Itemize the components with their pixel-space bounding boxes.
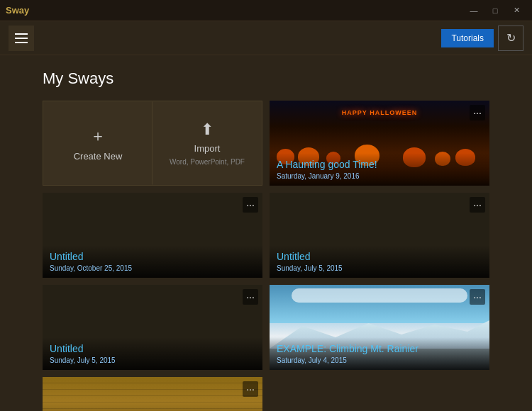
import-label: Import — [194, 143, 221, 154]
halloween-title: A Haunting good Time! — [277, 159, 482, 171]
hamburger-line — [15, 42, 28, 43]
titlebar-controls: — □ ✕ — [464, 4, 526, 18]
untitled2-date: Sunday, July 5, 2015 — [277, 264, 482, 272]
toolbar: Tutorials ↻ — [0, 21, 532, 55]
maximize-button[interactable]: □ — [485, 4, 505, 18]
more-options-button[interactable]: ··· — [243, 197, 258, 213]
untitled1-date: Sunday, October 25, 2015 — [50, 264, 255, 272]
create-new-label: Create New — [74, 151, 123, 162]
wood-grain — [43, 377, 262, 411]
sway-card-wood[interactable]: ··· — [43, 377, 262, 411]
import-icon: ⬆ — [201, 120, 214, 139]
tutorials-button[interactable]: Tutorials — [441, 29, 494, 47]
rainier-overlay: EXAMPLE: Climbing Mt. Rainier Saturday, … — [270, 337, 489, 370]
untitled1-overlay: Untitled Sunday, October 25, 2015 — [43, 245, 262, 278]
sway-card-untitled-3[interactable]: Untitled Sunday, July 5, 2015 ··· — [43, 285, 262, 370]
toolbar-left — [9, 26, 34, 51]
more-options-button[interactable]: ··· — [470, 197, 485, 213]
refresh-button[interactable]: ↻ — [498, 26, 523, 51]
untitled3-title: Untitled — [50, 343, 255, 355]
halloween-overlay: A Haunting good Time! Saturday, January … — [270, 153, 489, 186]
sway-card-untitled-1[interactable]: Untitled Sunday, October 25, 2015 ··· — [43, 193, 262, 278]
untitled2-overlay: Untitled Sunday, July 5, 2015 — [270, 245, 489, 278]
halloween-date: Saturday, January 9, 2016 — [277, 172, 482, 180]
create-new-section[interactable]: ＋ Create New — [43, 101, 153, 185]
more-options-button[interactable]: ··· — [470, 105, 485, 120]
rainier-date: Saturday, July 4, 2015 — [277, 356, 482, 364]
titlebar-left: Sway — [6, 5, 29, 16]
mountain-clouds — [292, 288, 467, 303]
sway-card-untitled-2[interactable]: Untitled Sunday, July 5, 2015 ··· — [270, 193, 489, 278]
create-icon: ＋ — [90, 125, 106, 147]
untitled1-title: Untitled — [50, 251, 255, 263]
app-name: Sway — [6, 5, 29, 16]
hamburger-button[interactable] — [9, 26, 34, 51]
untitled3-overlay: Untitled Sunday, July 5, 2015 — [43, 337, 262, 370]
import-sublabel: Word, PowerPoint, PDF — [170, 158, 245, 166]
hamburger-line — [15, 33, 28, 35]
sway-card-halloween[interactable]: HAPPY HALLOWEEN A Haunting good Time! Sa… — [270, 101, 489, 186]
more-options-button[interactable]: ··· — [243, 381, 258, 397]
main-content: My Sways ＋ Create New ⬆ Import Word, Pow… — [0, 55, 532, 411]
sways-grid: ＋ Create New ⬆ Import Word, PowerPoint, … — [43, 101, 489, 411]
import-section[interactable]: ⬆ Import Word, PowerPoint, PDF — [153, 101, 262, 185]
untitled2-title: Untitled — [277, 251, 482, 263]
titlebar: Sway — □ ✕ — [0, 0, 532, 21]
refresh-icon: ↻ — [506, 31, 516, 45]
untitled3-date: Sunday, July 5, 2015 — [50, 356, 255, 364]
toolbar-right: Tutorials ↻ — [441, 26, 523, 51]
more-options-button[interactable]: ··· — [470, 289, 485, 305]
create-import-card[interactable]: ＋ Create New ⬆ Import Word, PowerPoint, … — [43, 101, 262, 186]
hamburger-line — [15, 38, 28, 39]
wood-image — [43, 377, 262, 411]
page-title: My Sways — [43, 69, 489, 88]
rainier-title: EXAMPLE: Climbing Mt. Rainier — [277, 343, 482, 355]
minimize-button[interactable]: — — [464, 4, 484, 18]
sway-card-rainier[interactable]: EXAMPLE: Climbing Mt. Rainier Saturday, … — [270, 285, 489, 370]
close-button[interactable]: ✕ — [506, 4, 526, 18]
more-options-button[interactable]: ··· — [243, 289, 258, 305]
